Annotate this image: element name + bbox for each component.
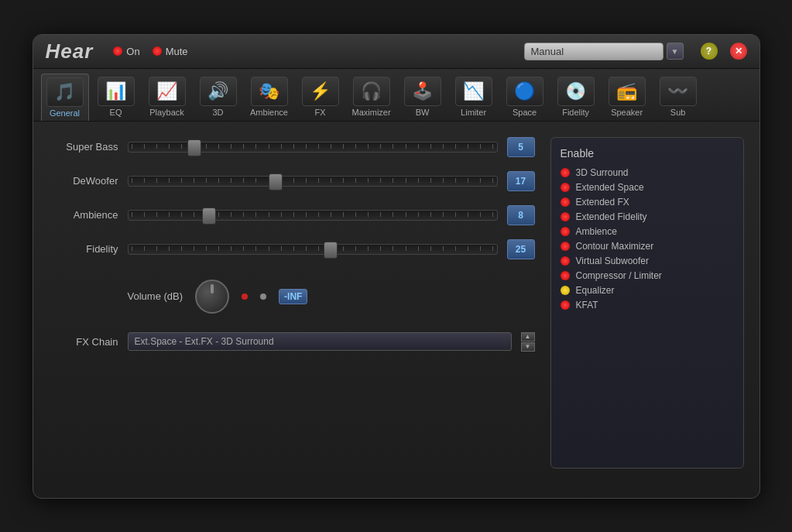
- slider-thumb-1[interactable]: [269, 173, 283, 190]
- tab-eq[interactable]: 📊 EQ: [92, 74, 140, 121]
- tick: [418, 212, 419, 217]
- tab-sub[interactable]: 〰️ Sub: [654, 74, 702, 121]
- tab-icon-playback: 📈: [149, 77, 186, 106]
- tick: [468, 178, 468, 183]
- tab-3d[interactable]: 🔊 3D: [194, 74, 242, 121]
- slider-track-container-0[interactable]: [128, 138, 498, 156]
- tick: [293, 144, 294, 149]
- tick: [231, 246, 231, 251]
- on-button[interactable]: On: [113, 46, 139, 57]
- slider-thumb-2[interactable]: [202, 208, 216, 225]
- slider-value-1: 17: [507, 171, 535, 191]
- slider-row-0: Super Bass 5: [49, 137, 535, 157]
- tick: [406, 178, 406, 183]
- tick: [144, 212, 145, 217]
- tick: [480, 178, 481, 183]
- close-button[interactable]: ✕: [730, 43, 747, 60]
- tick: [269, 212, 269, 217]
- mute-indicator: [153, 46, 162, 56]
- slider-track-1[interactable]: [128, 176, 498, 187]
- fx-chain-value: Ext.Space - Ext.FX - 3D Surround: [128, 332, 512, 351]
- tick: [393, 246, 393, 251]
- mute-button[interactable]: Mute: [153, 46, 188, 57]
- tick: [430, 212, 431, 217]
- enable-item-label-5: Contour Maximizer: [576, 241, 654, 252]
- slider-thumb-3[interactable]: [324, 242, 338, 259]
- tick: [443, 212, 444, 217]
- slider-track-container-2[interactable]: [128, 206, 498, 225]
- app-title: Hear: [46, 39, 94, 63]
- slider-track-3[interactable]: [128, 244, 498, 255]
- tab-label-3d: 3D: [212, 108, 223, 117]
- tick: [318, 212, 319, 217]
- tab-label-fidelity: Fidelity: [562, 108, 589, 117]
- tab-bw[interactable]: 🕹️ BW: [399, 74, 447, 121]
- enable-item-label-4: Ambience: [576, 226, 617, 237]
- manual-select[interactable]: Manual: [524, 43, 663, 60]
- enable-title: Enable: [561, 147, 734, 160]
- tick: [156, 178, 157, 183]
- dropdown-arrow[interactable]: ▼: [667, 43, 684, 60]
- slider-value-3: 25: [507, 239, 535, 259]
- left-panel: Super Bass 5 DeWoofer 17 Ambience 8 Fide…: [49, 137, 535, 469]
- tab-space[interactable]: 🔵 Space: [501, 74, 549, 121]
- slider-track-container-3[interactable]: [128, 240, 498, 259]
- enable-item-9[interactable]: KFAT: [561, 300, 734, 311]
- enable-item-8[interactable]: Equalizer: [561, 285, 734, 296]
- tick: [255, 212, 256, 217]
- fx-arrow-down[interactable]: ▼: [521, 342, 535, 352]
- slider-track-0[interactable]: [128, 142, 498, 153]
- enable-item-4[interactable]: Ambience: [561, 226, 734, 237]
- tab-maximizer[interactable]: 🎧 Maximizer: [348, 74, 396, 121]
- tick: [343, 246, 344, 251]
- enable-item-2[interactable]: Extended FX: [561, 197, 734, 208]
- on-label: On: [126, 46, 139, 57]
- slider-label-0: Super Bass: [49, 141, 118, 153]
- tab-general[interactable]: 🎵 General: [41, 74, 89, 121]
- tick: [455, 144, 456, 149]
- tick: [243, 178, 244, 183]
- enable-list: 3D Surround Extended Space Extended FX E…: [561, 167, 734, 311]
- slider-row-2: Ambience 8: [49, 205, 535, 225]
- tab-speaker[interactable]: 📻 Speaker: [603, 74, 651, 121]
- tab-fidelity[interactable]: 💿 Fidelity: [552, 74, 600, 121]
- tick: [243, 246, 244, 251]
- tick: [331, 144, 331, 149]
- tick: [169, 144, 170, 149]
- slider-track-container-1[interactable]: [128, 172, 498, 190]
- enable-item-5[interactable]: Contour Maximizer: [561, 241, 734, 252]
- slider-track-2[interactable]: [128, 210, 498, 221]
- tick: [255, 246, 256, 251]
- tick: [156, 212, 157, 217]
- fx-arrow-up[interactable]: ▲: [521, 332, 535, 342]
- tick: [218, 144, 219, 149]
- slider-thumb-0[interactable]: [187, 139, 201, 156]
- enable-item-6[interactable]: Virtual Subwoofer: [561, 256, 734, 266]
- tick: [293, 212, 294, 217]
- enable-item-3[interactable]: Extended Fidelity: [561, 211, 734, 222]
- tab-ambience[interactable]: 🎭 Ambience: [245, 74, 293, 121]
- tick: [380, 212, 381, 217]
- tick: [343, 144, 344, 149]
- tick: [206, 246, 207, 251]
- enable-item-0[interactable]: 3D Surround: [561, 167, 734, 178]
- tab-playback[interactable]: 📈 Playback: [143, 74, 191, 121]
- enable-item-label-2: Extended FX: [576, 197, 629, 208]
- enable-item-1[interactable]: Extended Space: [561, 182, 734, 193]
- tick: [393, 144, 393, 149]
- tick: [132, 178, 132, 183]
- tick: [468, 246, 468, 251]
- tick: [306, 246, 307, 251]
- tab-limiter[interactable]: 📉 Limiter: [450, 74, 498, 121]
- tick: [218, 212, 219, 217]
- slider-label-3: Fidelity: [49, 243, 118, 255]
- enable-dot-6: [561, 256, 570, 266]
- tab-label-maximizer: Maximizer: [352, 108, 391, 117]
- tick: [443, 144, 444, 149]
- slider-label-2: Ambience: [49, 209, 118, 221]
- enable-item-7[interactable]: Compressor / Limiter: [561, 270, 734, 281]
- tick: [231, 144, 231, 149]
- volume-knob[interactable]: [195, 280, 229, 314]
- help-button[interactable]: ?: [701, 43, 718, 60]
- tab-fx[interactable]: ⚡ FX: [297, 74, 345, 121]
